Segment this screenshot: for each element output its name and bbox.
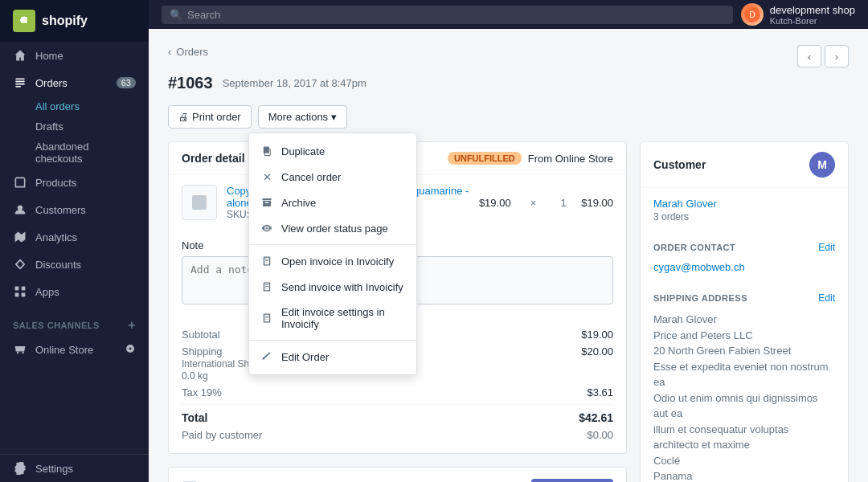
- next-order-button[interactable]: ›: [825, 45, 849, 67]
- store-avatar: D: [741, 3, 764, 26]
- customer-header: Customer M: [641, 142, 848, 188]
- dropdown-divider: [249, 244, 416, 245]
- store-subdomain: Kutch-Borer: [770, 16, 855, 26]
- more-actions-dropdown: Duplicate ✕ Cancel order Archive: [248, 133, 417, 375]
- online-store-label: Online Store: [35, 344, 93, 356]
- sidebar-item-online-store[interactable]: Online Store: [0, 336, 149, 363]
- sidebar-item-products[interactable]: Products: [0, 169, 149, 196]
- contact-email[interactable]: cygav@mobweb.ch: [641, 258, 848, 283]
- product-total: $19.00: [581, 197, 613, 209]
- shipping-address-section: SHIPPING ADDRESS Edit: [641, 283, 848, 304]
- sidebar-item-discounts[interactable]: Discounts: [0, 251, 149, 278]
- dropdown-item-send-invoice[interactable]: Send invoice with Invoicify: [249, 274, 416, 300]
- address-line-6: illum et consequatur voluptas architecto…: [653, 422, 835, 453]
- address-line-2: Price and Peters LLC: [653, 328, 835, 344]
- open-invoice-label: Open invoice in Invoicify: [281, 255, 394, 268]
- duplicate-icon: [260, 145, 273, 157]
- subtotal-label: Subtotal: [182, 329, 220, 341]
- customer-name[interactable]: Marah Glover: [653, 198, 835, 210]
- sidebar-label-products: Products: [35, 177, 76, 189]
- sidebar-subitem-all-orders[interactable]: All orders: [0, 96, 149, 116]
- svg-rect-4: [22, 293, 26, 297]
- online-store-settings-icon[interactable]: [125, 343, 136, 357]
- settings-label: Settings: [35, 463, 73, 475]
- search-icon: 🔍: [170, 9, 182, 21]
- sidebar-item-customers[interactable]: Customers: [0, 196, 149, 223]
- sidebar-subitem-drafts[interactable]: Drafts: [0, 116, 149, 137]
- product-quantity: 1: [555, 197, 571, 209]
- add-sales-channel-icon[interactable]: +: [128, 318, 136, 333]
- view-icon: [260, 222, 273, 235]
- from-source: From Online Store: [528, 153, 613, 165]
- paid-row: Paid by customer $0.00: [182, 427, 613, 443]
- search-input[interactable]: [187, 9, 725, 21]
- svg-point-0: [18, 205, 23, 210]
- archive-label: Archive: [281, 197, 316, 209]
- sidebar-item-analytics[interactable]: Analytics: [0, 223, 149, 251]
- order-detail-title: Order detail: [182, 152, 245, 165]
- prev-order-button[interactable]: ‹: [797, 45, 821, 67]
- from-label: From: [528, 153, 552, 165]
- shipping-address-block: Marah Glover Price and Peters LLC 20 Nor…: [641, 308, 848, 482]
- dropdown-divider-2: [249, 340, 416, 341]
- shopify-logo-icon: [13, 10, 35, 32]
- edit-settings-label: Edit invoice settings in Invoicify: [281, 306, 405, 330]
- send-icon: [260, 280, 273, 293]
- sidebar-item-home[interactable]: Home: [0, 42, 149, 69]
- breadcrumb-arrow: ‹: [168, 46, 171, 58]
- svg-rect-3: [15, 293, 19, 297]
- dropdown-item-open-invoice[interactable]: Open invoice in Invoicify: [249, 248, 416, 274]
- invoice-icon: [260, 255, 273, 268]
- app-logo[interactable]: shopify: [0, 0, 149, 42]
- printer-icon: 🖨: [178, 111, 189, 123]
- sidebar-item-apps[interactable]: Apps: [0, 278, 149, 305]
- svg-rect-2: [22, 287, 26, 291]
- dropdown-item-cancel[interactable]: ✕ Cancel order: [249, 164, 416, 190]
- archive-icon: [260, 196, 273, 209]
- mark-as-paid-button[interactable]: Mark as paid: [531, 479, 613, 482]
- address-line-1: Marah Glover: [653, 312, 835, 328]
- shipping-address-label: SHIPPING ADDRESS: [653, 293, 747, 303]
- shipping-address-edit[interactable]: Edit: [818, 292, 835, 304]
- address-line-5: Odio ut enim omnis qui dignissimos aut e…: [653, 390, 835, 422]
- orders-badge: 63: [117, 77, 136, 88]
- dropdown-item-edit-settings[interactable]: Edit invoice settings in Invoicify: [249, 300, 416, 337]
- svg-rect-1: [15, 287, 19, 291]
- print-order-button[interactable]: 🖨 Print order: [168, 105, 252, 129]
- order-number: #1063: [168, 74, 213, 92]
- address-line-4: Esse et expedita eveniet non nostrum ea: [653, 359, 835, 390]
- customers-icon: [13, 202, 27, 217]
- sidebar-item-settings[interactable]: Settings: [0, 455, 149, 482]
- dropdown-item-duplicate[interactable]: Duplicate: [249, 138, 416, 164]
- total-row: Total $42.61: [182, 404, 613, 427]
- sidebar-label-customers: Customers: [35, 204, 86, 216]
- apps-icon: [13, 284, 27, 299]
- sidebar-subitem-abandoned[interactable]: Abandoned checkouts: [0, 137, 149, 169]
- order-contact-edit[interactable]: Edit: [818, 242, 835, 253]
- customer-card: Customer M Marah Glover 3 orders ORDER C…: [640, 141, 849, 482]
- order-date: September 18, 2017 at 8:47pm: [223, 77, 366, 89]
- order-header: #1063 September 18, 2017 at 8:47pm: [168, 74, 849, 92]
- more-actions-button[interactable]: More actions ▾: [258, 105, 347, 129]
- customer-avatar: M: [809, 152, 835, 178]
- cancel-label: Cancel order: [281, 171, 341, 183]
- dropdown-item-archive[interactable]: Archive: [249, 190, 416, 215]
- paid-value: $0.00: [587, 429, 613, 441]
- breadcrumb[interactable]: ‹ Orders: [168, 46, 208, 58]
- fulfillment-badge: UNFULFILLED: [448, 152, 522, 165]
- order-navigation: ‹ ›: [797, 45, 849, 67]
- order-contact-label: ORDER CONTACT: [653, 243, 735, 252]
- sidebar-label-home: Home: [35, 50, 63, 62]
- orders-icon: [13, 76, 27, 90]
- customer-orders: 3 orders: [653, 211, 835, 223]
- svg-text:D: D: [749, 10, 755, 19]
- dropdown-item-edit-order[interactable]: Edit Order: [249, 344, 416, 370]
- tax-row: Tax 19% $3.61: [182, 384, 613, 401]
- sidebar-label-orders: Orders: [35, 77, 68, 89]
- dropdown-item-view-status[interactable]: View order status page: [249, 215, 416, 241]
- store-info[interactable]: D development shop Kutch-Borer: [741, 3, 855, 26]
- sidebar-item-orders[interactable]: Orders 63: [0, 69, 149, 96]
- products-icon: [13, 175, 27, 190]
- sales-channels-label: SALES CHANNELS: [13, 321, 100, 330]
- analytics-icon: [13, 230, 27, 244]
